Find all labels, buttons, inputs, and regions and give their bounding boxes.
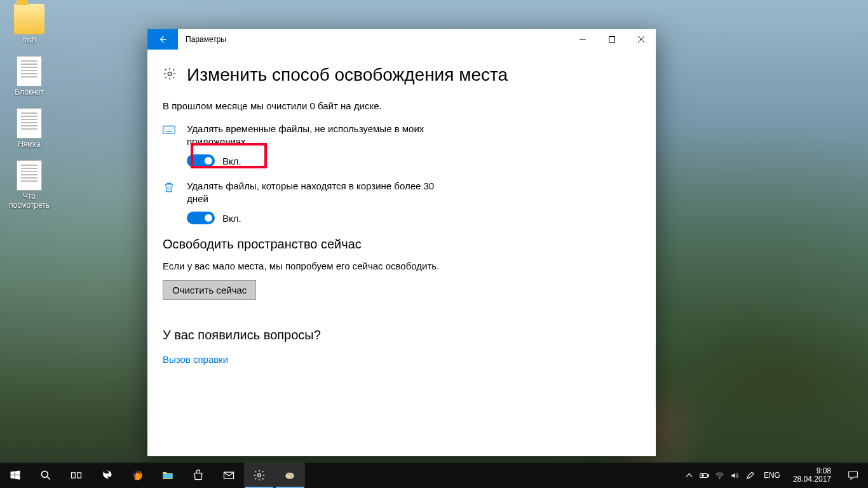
textfile-icon (17, 108, 42, 139)
status-text: В прошлом месяце мы очистили 0 байт на д… (163, 100, 641, 111)
svg-point-11 (291, 475, 292, 477)
folder-icon (14, 4, 44, 34)
arrow-left-icon (158, 34, 168, 44)
svg-point-3 (41, 471, 48, 477)
taskbar-edge[interactable] (92, 463, 122, 488)
store-icon (192, 469, 205, 482)
language-indicator[interactable]: ENG (760, 471, 784, 480)
volume-icon (730, 471, 740, 480)
taskview-icon (70, 469, 83, 482)
paint-icon (283, 469, 296, 482)
firefox-icon (131, 469, 144, 482)
tray-wifi[interactable] (714, 463, 726, 488)
chevron-up-icon (684, 471, 694, 480)
page-title: Изменить способ освобождения места (187, 65, 508, 85)
notification-icon (848, 470, 858, 481)
keyboard-icon (163, 123, 177, 167)
desktop-icon-label: nish (5, 36, 53, 44)
tray-battery[interactable] (699, 463, 710, 488)
toggle-temp-files[interactable]: Вкл. (187, 154, 454, 167)
taskbar-store[interactable] (183, 463, 214, 488)
section-free-now-title: Освободить пространство сейчас (163, 237, 641, 252)
taskbar-explorer[interactable] (153, 463, 183, 488)
svg-rect-0 (609, 37, 615, 43)
desktop-icon-folder[interactable]: nish (5, 4, 53, 44)
close-button[interactable] (627, 29, 656, 50)
caption-buttons (568, 29, 656, 50)
search-icon (39, 469, 52, 482)
toggle-state: Вкл. (222, 213, 241, 224)
taskbar-right: ENG 9:08 28.04.2017 (684, 463, 868, 488)
desktop-icons: nish Блокнот Нямка Что посмотреть (5, 4, 56, 221)
svg-rect-5 (78, 473, 81, 478)
gear-icon (253, 469, 266, 482)
desktop-icon-label: Нямка (5, 140, 53, 149)
settings-window: Параметры Изменить способ освобождения м… (147, 29, 656, 456)
taskbar-paint[interactable] (275, 463, 305, 488)
desktop: nish Блокнот Нямка Что посмотреть Параме… (0, 0, 868, 488)
toggle-recycle-bin[interactable]: Вкл. (187, 212, 454, 224)
option-recycle-bin: Удалять файлы, которые находятся в корзи… (163, 180, 641, 224)
clock[interactable]: 9:08 28.04.2017 (788, 467, 836, 484)
window-title: Параметры (178, 35, 568, 44)
desktop-icon-txt[interactable]: Нямка (5, 108, 53, 149)
option-temp-files: Удалять временные файлы, не используемые… (163, 123, 641, 167)
tray-volume[interactable] (729, 463, 741, 488)
pen-icon (745, 471, 755, 480)
taskview-button[interactable] (61, 463, 92, 488)
help-link[interactable]: Вызов справки (163, 354, 228, 365)
wifi-icon (715, 471, 724, 480)
trash-icon (163, 180, 177, 224)
gear-icon (163, 67, 177, 83)
taskbar-left (0, 463, 305, 488)
desktop-icon-txt[interactable]: Блокнот (5, 56, 53, 97)
desktop-icon-label: Блокнот (5, 88, 53, 97)
mail-icon (222, 469, 235, 482)
tray-pen[interactable] (745, 463, 756, 488)
battery-icon (700, 471, 709, 480)
svg-point-1 (168, 72, 172, 76)
section-free-now-text: Если у вас мало места, мы попробуем его … (163, 261, 641, 271)
svg-rect-4 (72, 473, 76, 478)
search-button[interactable] (31, 463, 61, 488)
maximize-button[interactable] (597, 29, 627, 50)
settings-content: Изменить способ освобождения места В про… (147, 50, 656, 456)
toggle-track (187, 212, 215, 224)
windows-icon (9, 469, 22, 482)
svg-point-7 (258, 474, 261, 477)
option-label: Удалять временные файлы, не используемые… (187, 123, 454, 148)
back-button[interactable] (147, 29, 178, 50)
tray-chevron-up[interactable] (684, 463, 695, 488)
toggle-track (187, 154, 215, 167)
svg-point-9 (287, 474, 288, 475)
svg-point-10 (290, 473, 291, 475)
clock-date: 28.04.2017 (793, 475, 831, 484)
minimize-button[interactable] (568, 29, 597, 50)
toggle-state: Вкл. (222, 156, 241, 166)
svg-point-14 (719, 478, 721, 479)
taskbar: ENG 9:08 28.04.2017 (0, 463, 868, 488)
titlebar[interactable]: Параметры (147, 29, 656, 50)
taskbar-mail[interactable] (214, 463, 244, 488)
option-label: Удалять файлы, которые находятся в корзи… (187, 180, 454, 205)
section-help-title: У вас появились вопросы? (163, 328, 641, 342)
svg-rect-13 (708, 475, 709, 477)
edge-icon (100, 469, 113, 482)
clean-now-button[interactable]: Очистить сейчас (163, 280, 256, 300)
taskbar-settings[interactable] (244, 463, 275, 488)
desktop-icon-txt[interactable]: Что посмотреть (5, 160, 53, 210)
textfile-icon (17, 160, 42, 191)
textfile-icon (17, 56, 42, 86)
desktop-icon-label: Что посмотреть (5, 192, 53, 210)
action-center-button[interactable] (840, 470, 865, 481)
folder-icon (161, 469, 174, 482)
taskbar-firefox[interactable] (122, 463, 153, 488)
start-button[interactable] (0, 463, 31, 488)
page-header: Изменить способ освобождения места (163, 65, 641, 85)
